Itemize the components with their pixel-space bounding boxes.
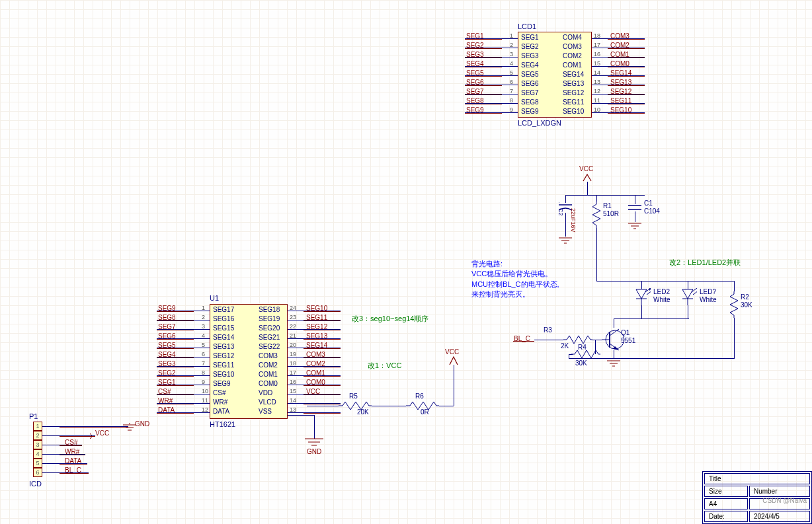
wire [635, 211, 635, 222]
wire [569, 358, 595, 359]
svg-marker-21 [649, 288, 651, 291]
c1-ref: C1 [644, 200, 653, 207]
wire [596, 228, 597, 281]
r2-ref: R2 [741, 293, 749, 301]
wire [534, 340, 563, 340]
wire [587, 182, 588, 195]
q1-ref: Q1 [621, 329, 629, 336]
wire [372, 406, 406, 406]
led1-ref: LED? [700, 288, 716, 295]
c1-gnd [628, 222, 641, 231]
gnd-label: GND [307, 448, 321, 455]
p1-pin-2: 2 [33, 431, 42, 440]
r4-val: 30K [575, 359, 587, 367]
annot-seg-order: 改3：seg10~seg14顺序 [352, 314, 428, 324]
r5-ref: R5 [349, 393, 358, 400]
wire [565, 213, 566, 237]
wire [614, 350, 614, 358]
r2-symbol [729, 291, 739, 318]
r3-ref: R3 [544, 326, 552, 334]
annot-led-parallel: 改2：LED1/LED2并联 [669, 258, 741, 268]
p1-designator: P1 [29, 412, 38, 420]
led2-ref: LED2 [653, 288, 670, 295]
title-label: Title [709, 475, 721, 482]
lcd1-part: LCD_LXDGN [518, 119, 561, 127]
r5-val: 20K [357, 408, 369, 416]
r6-val: 0R [421, 408, 429, 416]
wire [596, 195, 597, 202]
bl-vcc-symbol [582, 173, 592, 182]
bl-vcc-label: VCC [579, 165, 593, 172]
size-value: A4 [709, 500, 717, 507]
p1-pin-5: 5 [33, 459, 42, 468]
r1-val: 510R [603, 210, 619, 217]
wire [734, 281, 735, 291]
p1-pin-4: 4 [33, 449, 42, 459]
wire [734, 318, 735, 359]
svg-line-31 [610, 329, 619, 336]
wire [314, 415, 315, 439]
wire [635, 195, 635, 204]
wire [307, 406, 339, 406]
wire [565, 195, 645, 196]
backlight-note: 背光电路: VCC稳压后给背光供电。 MCU控制BL_C的电平状态, 来控制背光… [471, 259, 559, 300]
led1-val: White [700, 296, 717, 303]
p1-gnd-symbol [123, 423, 136, 433]
svg-marker-23 [682, 289, 693, 299]
p1-part: ICD [29, 480, 42, 488]
size-label: Size [709, 488, 721, 495]
date-label: Date: [709, 513, 725, 520]
wire [513, 341, 534, 342]
led2-symbol [633, 288, 651, 307]
c2-val: 22uF16V [570, 208, 577, 233]
vcc-symbol [448, 356, 459, 366]
wire [641, 305, 642, 318]
r6-ref: R6 [415, 393, 424, 400]
wire [592, 340, 602, 340]
vcc-label: VCC [445, 348, 459, 356]
p1-pin-1: 1 [33, 422, 42, 431]
r1-symbol [591, 202, 602, 228]
c1-val: C104 [644, 207, 660, 215]
u1-designator: U1 [210, 294, 219, 302]
r2-val: 30K [741, 301, 752, 309]
svg-line-27 [693, 291, 697, 295]
p1-pin-3: 3 [33, 440, 42, 449]
c2-ref: C2 [557, 208, 564, 216]
u1-part: HT1621 [210, 420, 235, 428]
wire [454, 365, 454, 406]
wire [595, 358, 734, 359]
date-value: 2024/4/5 [754, 513, 780, 520]
p1-body: 1 2 3 4 5 6 [33, 422, 42, 477]
q1-gnd [607, 359, 620, 369]
r1-ref: R1 [603, 202, 612, 209]
p1-pin-6: 6 [33, 468, 42, 477]
wire [596, 281, 734, 281]
q1-val: 5551 [621, 337, 635, 344]
wire [688, 305, 688, 318]
svg-text:+: + [559, 202, 561, 205]
annot-vcc: 改1：VCC [368, 361, 401, 371]
led1-symbol [680, 288, 697, 307]
wire [595, 340, 596, 354]
r4-ref: R4 [578, 344, 587, 351]
lcd1-designator: LCD1 [518, 22, 536, 30]
wire [614, 318, 689, 319]
r3-val: 2K [561, 342, 569, 350]
c2-gnd [559, 237, 572, 246]
svg-marker-17 [636, 289, 647, 299]
led2-val: White [653, 296, 670, 303]
number-label: Number [754, 488, 778, 495]
svg-line-22 [647, 291, 651, 295]
wire [439, 406, 454, 406]
wire [288, 415, 314, 416]
watermark: CSDN @Naiva [762, 497, 807, 504]
